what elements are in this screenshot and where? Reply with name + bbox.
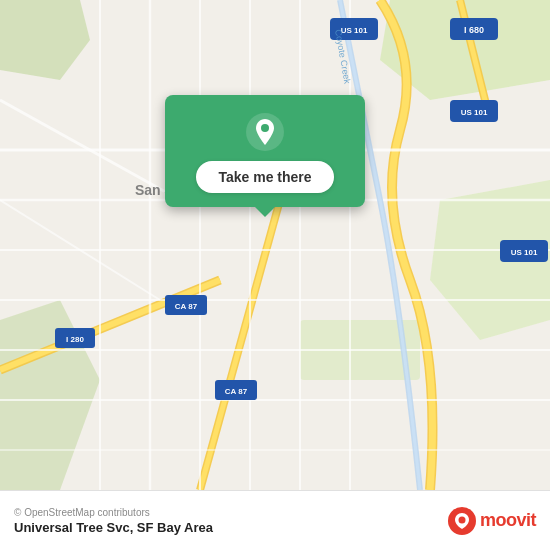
svg-text:I 680: I 680 bbox=[464, 25, 484, 35]
map-attribution: © OpenStreetMap contributors bbox=[14, 507, 213, 518]
moovit-brand-icon bbox=[448, 507, 476, 535]
bottom-bar: © OpenStreetMap contributors Universal T… bbox=[0, 490, 550, 550]
svg-text:CA 87: CA 87 bbox=[175, 302, 198, 311]
svg-point-44 bbox=[261, 124, 269, 132]
svg-text:I 280: I 280 bbox=[66, 335, 84, 344]
bottom-left-info: © OpenStreetMap contributors Universal T… bbox=[14, 507, 213, 535]
svg-text:US 101: US 101 bbox=[511, 248, 538, 257]
svg-point-46 bbox=[458, 516, 465, 523]
map-svg: I 680 US 101 US 101 US 101 CA 87 CA 87 I… bbox=[0, 0, 550, 490]
svg-text:US 101: US 101 bbox=[461, 108, 488, 117]
location-pin-icon bbox=[246, 113, 284, 151]
moovit-logo: moovit bbox=[448, 507, 536, 535]
map-container: I 680 US 101 US 101 US 101 CA 87 CA 87 I… bbox=[0, 0, 550, 490]
moovit-brand-name: moovit bbox=[480, 510, 536, 531]
popup-card: Take me there bbox=[165, 95, 365, 207]
svg-text:CA 87: CA 87 bbox=[225, 387, 248, 396]
location-name: Universal Tree Svc, SF Bay Area bbox=[14, 520, 213, 535]
take-me-there-button[interactable]: Take me there bbox=[196, 161, 333, 193]
